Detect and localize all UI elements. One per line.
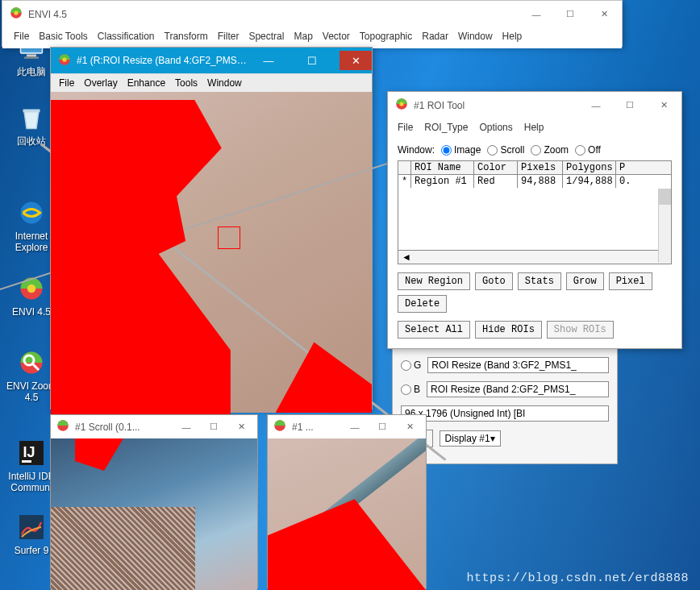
scroll-left-icon[interactable]: ◄ — [402, 251, 411, 263]
desktop-icon-recycle[interactable]: 回收站 — [6, 103, 56, 147]
image-canvas[interactable] — [51, 92, 372, 413]
roi-overview — [75, 438, 123, 471]
stats-button[interactable]: Stats — [518, 272, 561, 290]
watermark-text: https://blog.csdn.net/erd8888 — [466, 571, 689, 585]
minimize-button[interactable]: — — [525, 7, 548, 22]
envi-main-title: ENVI 4.5 — [28, 9, 520, 20]
menu-spectral[interactable]: Spectral — [248, 31, 284, 42]
menu-roi-type[interactable]: ROI_Type — [424, 122, 468, 133]
g-band-input[interactable] — [427, 357, 609, 373]
menu-vector[interactable]: Vector — [323, 31, 350, 42]
grow-button[interactable]: Grow — [566, 272, 604, 290]
maximize-button[interactable]: ☐ — [202, 420, 225, 434]
menu-file[interactable]: File — [14, 31, 29, 42]
menu-filter[interactable]: Filter — [218, 31, 240, 42]
intellij-icon: IJ — [17, 438, 46, 467]
svg-point-17 — [62, 57, 66, 61]
envi-logo-icon — [273, 418, 287, 435]
radio-scroll[interactable]: Scroll — [487, 144, 524, 156]
desktop-icon-ie[interactable]: Internet Explore — [6, 198, 56, 254]
urban-texture — [51, 507, 195, 590]
col-color[interactable]: Color — [474, 161, 518, 174]
desktop-icon-surfer[interactable]: Surfer 9 — [6, 513, 56, 556]
envi-main-menubar: File Basic Tools Classification Transfor… — [2, 27, 622, 48]
menu-file[interactable]: File — [59, 77, 74, 89]
svg-text:IJ: IJ — [23, 444, 35, 460]
menu-enhance[interactable]: Enhance — [127, 77, 165, 89]
close-button[interactable]: ✕ — [652, 98, 675, 113]
scroll-window-titlebar[interactable]: #1 Scroll (0.1... — ☐ ✕ — [51, 415, 257, 438]
radio-b[interactable]: B — [401, 384, 420, 395]
desktop-icon-envi45[interactable]: ENVI 4.5 — [6, 274, 56, 318]
goto-button[interactable]: Goto — [475, 272, 513, 290]
image-window-titlebar[interactable]: #1 (R:ROI Resize (Band 4:GF2_PMS1_E... —… — [51, 48, 372, 73]
dims-input[interactable] — [401, 405, 609, 422]
minimize-button[interactable]: — — [252, 51, 285, 70]
menu-classification[interactable]: Classification — [98, 31, 155, 42]
menu-options[interactable]: Options — [479, 122, 512, 133]
menu-overlay[interactable]: Overlay — [84, 77, 117, 89]
radio-g[interactable]: G — [401, 359, 421, 371]
col-pixels[interactable]: Pixels — [518, 161, 563, 174]
svg-rect-1 — [27, 55, 36, 57]
zoom-box-indicator[interactable] — [218, 226, 240, 249]
radio-off[interactable]: Off — [575, 144, 601, 156]
roi-tool-titlebar[interactable]: #1 ROI Tool — ☐ ✕ — [388, 92, 681, 118]
close-button[interactable]: ✕ — [398, 420, 421, 434]
zoom-window-titlebar[interactable]: #1 ... — ☐ ✕ — [268, 415, 426, 438]
table-row[interactable]: * Region #1 Red 94,888 1/94,888 0. — [398, 175, 671, 188]
svg-rect-3 — [23, 110, 40, 113]
envi-main-titlebar[interactable]: ENVI 4.5 — ☐ ✕ — [2, 1, 622, 27]
maximize-button[interactable]: ☐ — [619, 98, 641, 113]
menu-radar[interactable]: Radar — [422, 31, 448, 42]
delete-button[interactable]: Delete — [398, 295, 447, 313]
image-window-title: #1 (R:ROI Resize (Band 4:GF2_PMS1_E... — [77, 55, 248, 66]
roi-table: ROI Name Color Pixels Polygons P * Regio… — [398, 160, 672, 264]
menu-map[interactable]: Map — [294, 31, 312, 42]
pixel-button[interactable]: Pixel — [609, 272, 652, 290]
display-dropdown[interactable]: Display #1▾ — [440, 430, 501, 447]
col-p[interactable]: P — [616, 161, 631, 174]
minimize-button[interactable]: — — [585, 98, 607, 113]
close-button[interactable]: ✕ — [230, 420, 252, 434]
menu-transform[interactable]: Transform — [165, 31, 208, 42]
maximize-button[interactable]: ☐ — [371, 420, 394, 434]
radio-zoom[interactable]: Zoom — [531, 144, 569, 156]
hide-rois-button[interactable]: Hide ROIs — [475, 321, 542, 339]
menu-help[interactable]: Help — [502, 31, 523, 42]
close-button[interactable]: ✕ — [593, 7, 615, 22]
menu-file[interactable]: File — [398, 122, 413, 133]
maximize-button[interactable]: ☐ — [559, 7, 581, 22]
minimize-button[interactable]: — — [344, 420, 366, 434]
zoom-canvas[interactable] — [268, 438, 426, 590]
desktop-icon-envizoom[interactable]: ENVI Zoom 4.5 — [6, 348, 56, 404]
menu-tools[interactable]: Tools — [175, 77, 198, 89]
cell-color[interactable]: Red — [474, 175, 518, 188]
close-button[interactable]: ✕ — [340, 51, 372, 70]
maximize-button[interactable]: ☐ — [296, 51, 328, 70]
desktop-icon-intellij[interactable]: IJ IntelliJ IDE Communi — [6, 438, 56, 494]
roi-tool-window: #1 ROI Tool — ☐ ✕ File ROI_Type Options … — [387, 91, 682, 349]
cell-polygons: 1/94,888 — [563, 175, 616, 188]
table-vscrollbar[interactable] — [658, 189, 671, 263]
roi-table-header: ROI Name Color Pixels Polygons P — [398, 161, 671, 175]
svg-rect-2 — [24, 57, 39, 59]
radio-image[interactable]: Image — [441, 144, 481, 156]
table-hscrollbar[interactable]: ◄ ► — [398, 251, 671, 264]
col-polygons[interactable]: Polygons — [563, 161, 616, 174]
b-band-input[interactable] — [427, 381, 609, 397]
menu-window[interactable]: Window — [207, 77, 242, 89]
envi-logo-icon — [9, 6, 23, 23]
cell-name[interactable]: Region #1 — [411, 175, 474, 188]
col-roi-name[interactable]: ROI Name — [411, 161, 474, 174]
menu-basic-tools[interactable]: Basic Tools — [39, 31, 87, 42]
minimize-button[interactable]: — — [175, 420, 198, 434]
zoom-window: #1 ... — ☐ ✕ — [267, 414, 427, 588]
menu-help[interactable]: Help — [524, 122, 544, 133]
menu-topographic[interactable]: Topographic — [360, 31, 412, 42]
select-all-button[interactable]: Select All — [398, 321, 470, 339]
new-region-button[interactable]: New Region — [398, 272, 470, 290]
scroll-canvas[interactable] — [51, 438, 257, 590]
menu-window[interactable]: Window — [458, 31, 493, 42]
svg-point-19 — [399, 102, 403, 106]
